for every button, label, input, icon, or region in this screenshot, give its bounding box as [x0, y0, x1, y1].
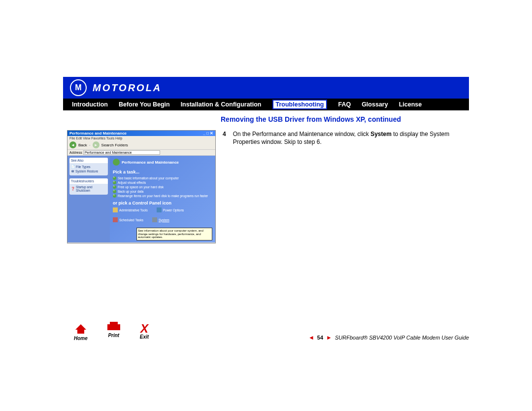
step-number: 4 [223, 130, 226, 146]
addr-value: Performance and Maintenance [83, 150, 160, 155]
pm-title: Performance and Maintenance [113, 159, 212, 166]
home-button[interactable]: Home [74, 324, 88, 341]
print-icon [107, 324, 120, 330]
nav-before-you-begin[interactable]: Before You Begin [119, 101, 170, 108]
exit-label: Exit [140, 334, 149, 340]
cp-icon: Administrative Tools [113, 207, 148, 212]
guide-title: SURFboard® SBV4200 VoIP Cable Modem User… [335, 335, 469, 341]
xp-body: See Also 📄 File Types 🛠 System Restore T… [67, 156, 215, 242]
exit-button[interactable]: X Exit [140, 324, 149, 341]
xp-address-bar: Address Performance and Maintenance [67, 150, 215, 156]
pm-title-text: Performance and Maintenance [122, 160, 179, 165]
toolbar-items: Search Folders [101, 143, 128, 147]
exit-icon: X [140, 324, 148, 333]
step-body: On the Performance and Maintenance windo… [233, 130, 465, 146]
cp-icon-system: System [152, 217, 169, 222]
cp-icon: Power Options [157, 207, 184, 212]
xp-main-panel: Performance and Maintenance Pick a task.… [110, 156, 215, 242]
task-item: See basic information about your compute… [113, 176, 212, 180]
print-button[interactable]: Print [107, 324, 120, 341]
xp-screenshot: Performance and Maintenance _ □ ✕ File E… [67, 130, 216, 243]
cp-icons: Administrative Tools Power Options Sched… [113, 207, 212, 222]
trouble-head: Troubleshooters [69, 178, 108, 184]
side-item: ❓ Startup and Shutdown [71, 185, 106, 192]
page-indicator: ◄ 54 ► SURFboard® SBV4200 VoIP Cable Mod… [308, 334, 469, 341]
nav-installation[interactable]: Installation & Configuration [181, 101, 262, 108]
see-also-head: See Also [69, 158, 108, 163]
document-page: M MOTOROLA Introduction Before You Begin… [63, 77, 469, 243]
task-item: Back up your data [113, 190, 212, 193]
brand-name: MOTOROLA [93, 82, 162, 94]
system-tooltip: See information about your computer syst… [136, 228, 212, 240]
nav-troubleshooting[interactable]: Troubleshooting [272, 100, 328, 109]
side-item: 🛠 System Restore [71, 170, 106, 173]
logo-letter: M [75, 83, 81, 92]
forward-icon: ► [93, 141, 100, 148]
content-row: Performance and Maintenance _ □ ✕ File E… [63, 130, 469, 243]
toolbar-back-label: Back [78, 143, 87, 147]
home-icon [75, 324, 86, 330]
pick-task-head: Pick a task... [113, 170, 212, 174]
pick-icon-head: or pick a Control Panel icon [113, 201, 212, 206]
page-footer: Home Print X Exit ◄ 54 ► SURFboard® SBV4… [63, 324, 469, 341]
step-before: On the Performance and Maintenance windo… [233, 131, 370, 137]
troubleshooters-box: Troubleshooters ❓ Startup and Shutdown [69, 178, 108, 195]
brand-header: M MOTOROLA [63, 77, 469, 99]
xp-menu-bar: File Edit View Favorites Tools Help [67, 136, 215, 140]
back-icon: ◄ [69, 141, 76, 148]
step-bold: System [370, 131, 392, 137]
nav-faq[interactable]: FAQ [338, 101, 351, 108]
print-label: Print [108, 333, 119, 338]
xp-toolbar: ◄ Back • ► Search Folders [67, 140, 215, 150]
home-label: Home [74, 336, 88, 341]
xp-window-title: Performance and Maintenance [69, 131, 127, 136]
nav-license[interactable]: License [399, 101, 422, 108]
task-item: Rearrange items on your hard disk to mak… [113, 194, 212, 198]
step-text: 4 On the Performance and Maintenance win… [223, 130, 469, 146]
see-also-box: See Also 📄 File Types 🛠 System Restore [69, 158, 108, 175]
task-item: Adjust visual effects [113, 181, 212, 184]
bullet-icon [113, 194, 116, 198]
addr-label: Address [69, 151, 82, 154]
prev-page-icon[interactable]: ◄ [308, 334, 314, 341]
nav-bar: Introduction Before You Begin Installati… [63, 99, 469, 110]
cp-icon: Scheduled Tasks [113, 217, 143, 222]
xp-sidebar: See Also 📄 File Types 🛠 System Restore T… [67, 156, 110, 242]
task-item: Free up space on your hard disk [113, 185, 212, 189]
side-item: 📄 File Types [71, 165, 106, 169]
pm-title-icon [113, 159, 120, 166]
page-number: 54 [317, 335, 323, 341]
doc-controls: Home Print X Exit [74, 324, 149, 341]
section-title: Removing the USB Driver from Windows XP,… [221, 115, 469, 123]
nav-glossary[interactable]: Glossary [362, 101, 388, 108]
motorola-logo-icon: M [70, 79, 87, 96]
next-page-icon[interactable]: ► [326, 334, 332, 341]
xp-titlebar: Performance and Maintenance _ □ ✕ [67, 131, 215, 136]
xp-window-controls: _ □ ✕ [203, 131, 213, 136]
nav-introduction[interactable]: Introduction [72, 101, 108, 108]
